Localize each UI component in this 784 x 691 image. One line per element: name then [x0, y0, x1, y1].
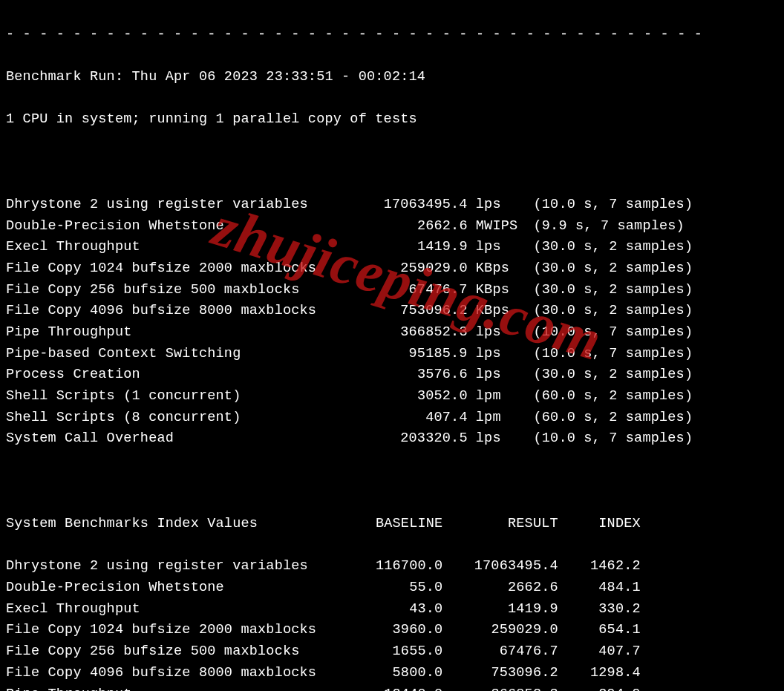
test-value: 1419.9 — [352, 237, 467, 258]
index-name: File Copy 256 bufsize 500 maxblocks — [6, 641, 352, 663]
test-timing: (10.0 s, 7 samples) — [525, 428, 693, 450]
index-index: 484.1 — [558, 577, 641, 599]
index-baseline: 5800.0 — [352, 663, 442, 684]
test-value: 366852.3 — [352, 322, 467, 344]
test-name: Pipe-based Context Switching — [6, 344, 352, 365]
test-name: Dhrystone 2 using register variables — [6, 194, 352, 216]
index-row: File Copy 4096 bufsize 8000 maxblocks580… — [6, 663, 778, 684]
test-row: Execl Throughput1419.9lps(30.0 s, 2 samp… — [6, 237, 778, 258]
col-index: INDEX — [558, 514, 641, 535]
index-name: Execl Throughput — [6, 599, 352, 620]
index-result: 259029.0 — [442, 620, 558, 641]
index-row: Dhrystone 2 using register variables1167… — [6, 556, 778, 577]
test-value: 2662.6 — [352, 216, 467, 238]
cpu-header: 1 CPU in system; running 1 parallel copy… — [6, 109, 778, 131]
index-baseline: 3960.0 — [352, 620, 442, 641]
test-unit: MWIPS — [468, 216, 526, 238]
divider-line: - - - - - - - - - - - - - - - - - - - - … — [6, 24, 778, 46]
test-timing: (30.0 s, 2 samples) — [525, 364, 693, 386]
test-row: File Copy 256 bufsize 500 maxblocks67476… — [6, 280, 778, 301]
test-row: System Call Overhead203320.5lps(10.0 s, … — [6, 428, 778, 450]
test-unit: KBps — [468, 280, 526, 301]
index-row: File Copy 1024 bufsize 2000 maxblocks396… — [6, 620, 778, 641]
test-unit: lps — [468, 237, 526, 258]
index-index: 1462.2 — [558, 556, 641, 577]
test-timing: (60.0 s, 2 samples) — [525, 407, 693, 429]
col-result: RESULT — [442, 514, 558, 535]
index-baseline: 12440.0 — [352, 684, 442, 692]
test-name: Pipe Throughput — [6, 322, 352, 344]
test-name: Shell Scripts (8 concurrent) — [6, 407, 352, 429]
test-value: 259029.0 — [352, 258, 467, 280]
test-row: Pipe Throughput366852.3lps(10.0 s, 7 sam… — [6, 322, 778, 344]
index-baseline: 116700.0 — [352, 556, 442, 577]
index-row: Double-Precision Whetstone55.02662.6484.… — [6, 577, 778, 599]
index-result: 17063495.4 — [442, 556, 558, 577]
test-value: 407.4 — [352, 407, 467, 429]
test-value: 17063495.4 — [352, 194, 467, 216]
test-unit: KBps — [468, 301, 526, 322]
test-name: File Copy 256 bufsize 500 maxblocks — [6, 280, 352, 301]
test-timing: (30.0 s, 2 samples) — [525, 258, 693, 280]
test-timing: (30.0 s, 2 samples) — [525, 280, 693, 301]
index-baseline: 55.0 — [352, 577, 442, 599]
test-unit: lpm — [468, 386, 526, 407]
test-name: Shell Scripts (1 concurrent) — [6, 386, 352, 407]
test-name: File Copy 4096 bufsize 8000 maxblocks — [6, 301, 352, 322]
index-result: 366852.3 — [442, 684, 558, 692]
test-unit: lps — [468, 322, 526, 344]
index-index: 330.2 — [558, 599, 641, 620]
test-timing: (10.0 s, 7 samples) — [525, 194, 693, 216]
test-value: 3576.6 — [352, 364, 467, 386]
test-value: 95185.9 — [352, 344, 467, 365]
index-name: Dhrystone 2 using register variables — [6, 556, 352, 577]
test-unit: lps — [468, 344, 526, 365]
test-timing: (10.0 s, 7 samples) — [525, 344, 693, 365]
terminal-output: - - - - - - - - - - - - - - - - - - - - … — [0, 0, 784, 691]
test-name: Process Creation — [6, 364, 352, 386]
index-result: 2662.6 — [442, 577, 558, 599]
index-name: File Copy 4096 bufsize 8000 maxblocks — [6, 663, 352, 684]
index-name: Double-Precision Whetstone — [6, 577, 352, 599]
test-row: Process Creation3576.6lps(30.0 s, 2 samp… — [6, 364, 778, 386]
test-timing: (60.0 s, 2 samples) — [525, 386, 693, 407]
test-unit: lpm — [468, 407, 526, 429]
test-timing: (30.0 s, 2 samples) — [525, 237, 693, 258]
test-timing: (30.0 s, 2 samples) — [525, 301, 693, 322]
test-timing: (9.9 s, 7 samples) — [525, 216, 685, 238]
test-unit: lps — [468, 428, 526, 450]
test-row: File Copy 1024 bufsize 2000 maxblocks259… — [6, 258, 778, 280]
test-name: Double-Precision Whetstone — [6, 216, 352, 238]
test-row: Dhrystone 2 using register variables1706… — [6, 194, 778, 216]
test-name: File Copy 1024 bufsize 2000 maxblocks — [6, 258, 352, 280]
test-row: Shell Scripts (8 concurrent)407.4lpm(60.… — [6, 407, 778, 429]
index-baseline: 43.0 — [352, 599, 442, 620]
index-index: 654.1 — [558, 620, 641, 641]
index-result: 753096.2 — [442, 663, 558, 684]
test-value: 753096.2 — [352, 301, 467, 322]
test-value: 203320.5 — [352, 428, 467, 450]
index-name: Pipe Throughput — [6, 684, 352, 692]
index-result: 67476.7 — [442, 641, 558, 663]
test-unit: KBps — [468, 258, 526, 280]
index-header-row: System Benchmarks Index ValuesBASELINERE… — [6, 514, 778, 535]
test-value: 67476.7 — [352, 280, 467, 301]
index-index: 407.7 — [558, 641, 641, 663]
test-row: Shell Scripts (1 concurrent)3052.0lpm(60… — [6, 386, 778, 407]
test-row: Double-Precision Whetstone2662.6MWIPS(9.… — [6, 216, 778, 238]
test-name: Execl Throughput — [6, 237, 352, 258]
index-index: 1298.4 — [558, 663, 641, 684]
test-row: File Copy 4096 bufsize 8000 maxblocks753… — [6, 301, 778, 322]
index-title: System Benchmarks Index Values — [6, 514, 352, 535]
index-row: Execl Throughput43.01419.9330.2 — [6, 599, 778, 620]
index-row: File Copy 256 bufsize 500 maxblocks1655.… — [6, 641, 778, 663]
test-unit: lps — [468, 364, 526, 386]
index-baseline: 1655.0 — [352, 641, 442, 663]
run-header: Benchmark Run: Thu Apr 06 2023 23:33:51 … — [6, 67, 778, 88]
index-result: 1419.9 — [442, 599, 558, 620]
index-row: Pipe Throughput12440.0366852.3294.9 — [6, 684, 778, 692]
test-row: Pipe-based Context Switching95185.9lps(1… — [6, 344, 778, 365]
test-timing: (10.0 s, 7 samples) — [525, 322, 693, 344]
test-value: 3052.0 — [352, 386, 467, 407]
index-index: 294.9 — [558, 684, 641, 692]
